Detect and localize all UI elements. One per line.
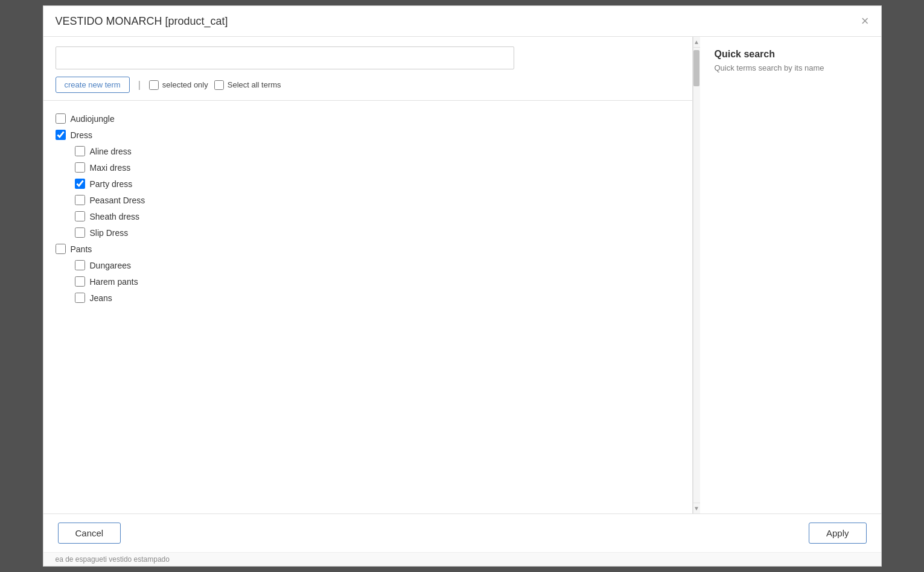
- term-label-party-dress: Party dress: [90, 179, 133, 189]
- term-item-audiojungle: Audiojungle: [56, 110, 680, 127]
- modal-header: VESTIDO MONARCH [product_cat] ×: [43, 6, 881, 37]
- select-all-checkbox[interactable]: [214, 80, 224, 90]
- modal-overlay: VESTIDO MONARCH [product_cat] × create n…: [0, 0, 924, 572]
- scrollbar-thumb[interactable]: [693, 50, 699, 86]
- term-label-harem-pants: Harem pants: [90, 277, 138, 287]
- terms-list: AudiojungleDressAline dressMaxi dressPar…: [43, 101, 692, 513]
- modal-body: create new term | selected only Select a…: [43, 37, 881, 513]
- term-item-peasant-dress: Peasant Dress: [56, 192, 680, 208]
- term-checkbox-peasant-dress[interactable]: [75, 195, 85, 205]
- term-checkbox-dress[interactable]: [56, 130, 66, 140]
- term-label-jeans: Jeans: [90, 293, 112, 303]
- term-checkbox-sheath-dress[interactable]: [75, 211, 85, 221]
- apply-button[interactable]: Apply: [809, 523, 867, 544]
- modal-footer: Cancel Apply: [43, 513, 881, 552]
- close-button[interactable]: ×: [861, 14, 869, 28]
- term-label-audiojungle: Audiojungle: [71, 114, 115, 124]
- term-checkbox-pants[interactable]: [56, 244, 66, 254]
- scrollbar-up-arrow[interactable]: ▲: [693, 37, 700, 48]
- selected-only-checkbox[interactable]: [149, 80, 159, 90]
- selected-only-label[interactable]: selected only: [149, 80, 208, 90]
- term-item-pants: Pants: [56, 241, 680, 257]
- term-checkbox-slip-dress[interactable]: [75, 227, 85, 238]
- term-label-sheath-dress: Sheath dress: [90, 212, 140, 221]
- term-item-dress: Dress: [56, 127, 680, 143]
- modal-title: VESTIDO MONARCH [product_cat]: [56, 15, 228, 28]
- term-item-party-dress: Party dress: [56, 176, 680, 192]
- main-panel: create new term | selected only Select a…: [43, 37, 693, 513]
- side-panel: Quick search Quick terms search by its n…: [700, 37, 881, 513]
- term-checkbox-dungarees[interactable]: [75, 260, 85, 270]
- modal-dialog: VESTIDO MONARCH [product_cat] × create n…: [43, 5, 882, 566]
- term-item-slip-dress: Slip Dress: [56, 224, 680, 241]
- term-label-dress: Dress: [71, 130, 93, 140]
- term-label-dungarees: Dungarees: [90, 261, 132, 270]
- term-checkbox-audiojungle[interactable]: [56, 113, 66, 124]
- cancel-button[interactable]: Cancel: [58, 523, 121, 544]
- term-label-pants: Pants: [71, 244, 92, 254]
- term-item-dungarees: Dungarees: [56, 257, 680, 273]
- divider: |: [138, 80, 141, 91]
- term-label-aline-dress: Aline dress: [90, 147, 132, 156]
- term-item-aline-dress: Aline dress: [56, 143, 680, 159]
- term-checkbox-jeans[interactable]: [75, 293, 85, 303]
- term-item-jeans: Jeans: [56, 290, 680, 306]
- quick-search-description: Quick terms search by its name: [715, 63, 867, 72]
- term-checkbox-harem-pants[interactable]: [75, 276, 85, 287]
- select-all-label[interactable]: Select all terms: [214, 80, 281, 90]
- term-checkbox-aline-dress[interactable]: [75, 146, 85, 156]
- term-checkbox-party-dress[interactable]: [75, 179, 85, 189]
- search-input[interactable]: [56, 46, 514, 69]
- search-area: create new term | selected only Select a…: [43, 37, 692, 101]
- term-label-peasant-dress: Peasant Dress: [90, 195, 145, 205]
- term-item-harem-pants: Harem pants: [56, 273, 680, 290]
- term-checkbox-maxi-dress[interactable]: [75, 162, 85, 173]
- scrollbar-down-arrow[interactable]: ▼: [693, 503, 700, 513]
- bottom-hint: ea de espagueti vestido estampado: [43, 552, 881, 566]
- term-label-maxi-dress: Maxi dress: [90, 163, 131, 173]
- term-item-sheath-dress: Sheath dress: [56, 208, 680, 224]
- toolbar: create new term | selected only Select a…: [56, 77, 680, 93]
- scrollbar-track: ▲ ▼: [693, 37, 700, 513]
- term-label-slip-dress: Slip Dress: [90, 228, 129, 238]
- term-item-maxi-dress: Maxi dress: [56, 159, 680, 176]
- quick-search-title: Quick search: [715, 49, 867, 60]
- create-new-term-button[interactable]: create new term: [56, 77, 130, 93]
